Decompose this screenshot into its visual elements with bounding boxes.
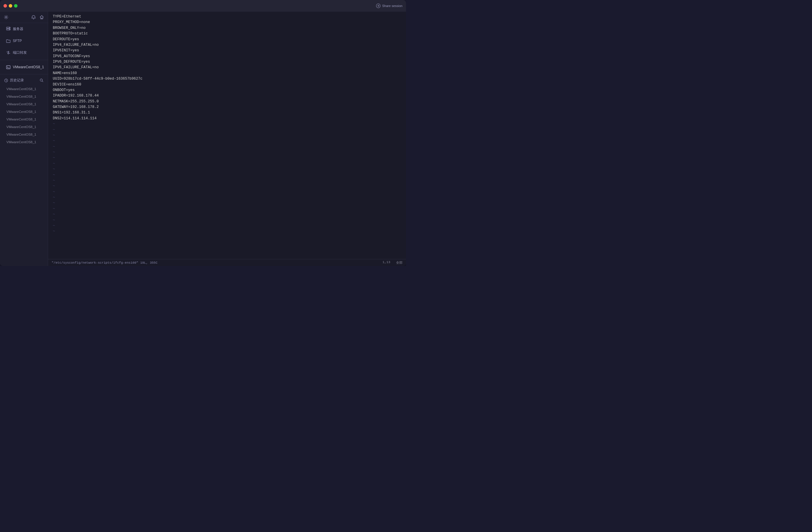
main-content: 服务器 SFTP 端口转发 (0, 12, 406, 266)
bell-icon[interactable] (31, 15, 36, 20)
history-label: 历史记录 (10, 78, 24, 83)
main-window: Share session (0, 0, 406, 266)
traffic-lights (3, 4, 17, 8)
sidebar-top-icons (31, 15, 44, 20)
share-session-label: Share session (382, 4, 403, 8)
terminal-line: ~ (53, 218, 401, 223)
titlebar-right: Share session (376, 3, 403, 8)
history-item[interactable]: VMwareCentOS8_1 (0, 138, 48, 146)
terminal-line: ~ (53, 195, 401, 200)
titlebar: Share session (0, 0, 406, 12)
terminal-line: ~ (53, 184, 401, 189)
svg-point-1 (5, 17, 7, 18)
home-icon[interactable] (39, 15, 44, 20)
terminal-line: IPADDR=192.168.178.44 (53, 93, 401, 99)
history-item[interactable]: VMwareCentOS8_1 (0, 108, 48, 115)
terminal-line: TYPE=Ethernet (53, 14, 401, 19)
nav-item-sftp[interactable]: SFTP (2, 35, 46, 46)
terminal-line: ~ (53, 200, 401, 206)
search-icon[interactable] (40, 78, 44, 83)
terminal-line: IPV6_DEFROUTE=yes (53, 59, 401, 65)
close-button[interactable] (3, 4, 7, 8)
terminal-line: ~ (53, 206, 401, 212)
terminal-icon (6, 65, 11, 69)
terminal-line: ~ (53, 167, 401, 172)
sftp-label: SFTP (13, 39, 22, 43)
terminal-line: NETMASK=255.255.255.0 (53, 99, 401, 104)
terminal-line: ~ (53, 155, 401, 161)
terminal-line: DEVICE=ens160 (53, 82, 401, 87)
statusbar-right: 1,13 全部 (383, 260, 403, 265)
nav-divider (0, 60, 48, 60)
terminal-line: IPV4_FAILURE_FATAL=no (53, 42, 401, 48)
terminal-line: ~ (53, 229, 401, 234)
history-section: 历史记录 VMwareCentOS8_1VMwareCentOS8_1VMwar… (0, 75, 48, 266)
terminal-line: BROWSER_ONLY=no (53, 25, 401, 31)
share-icon (376, 3, 381, 8)
terminal-line: DNS1=192.168.31.1 (53, 110, 401, 115)
history-item[interactable]: VMwareCentOS8_1 (0, 123, 48, 131)
sidebar-top (0, 12, 48, 23)
terminal-line: ~ (53, 223, 401, 229)
port-forward-label: 端口转发 (13, 50, 27, 55)
terminal-line: ~ (53, 149, 401, 155)
terminal-line: ONBOOT=yes (53, 87, 401, 93)
history-item[interactable]: VMwareCentOS8_1 (0, 93, 48, 100)
minimize-button[interactable] (9, 4, 12, 8)
terminal-line: ~ (53, 133, 401, 138)
terminal-line: ~ (53, 144, 401, 149)
terminal-line: DNS2=114.114.114.114 (53, 116, 401, 121)
folder-icon (6, 39, 11, 43)
terminal-panel[interactable]: TYPE=EthernetPROXY_METHOD=noneBROWSER_ON… (48, 12, 406, 266)
cursor-position: 1,13 (383, 260, 390, 265)
history-header-left: 历史记录 (4, 78, 24, 83)
terminal-line: IPV6_FAILURE_FATAL=no (53, 65, 401, 70)
svg-point-5 (9, 29, 10, 30)
scroll-position: 全部 (396, 260, 403, 265)
history-item[interactable]: VMwareCentOS8_1 (0, 100, 48, 108)
share-session-button[interactable]: Share session (376, 3, 403, 8)
maximize-button[interactable] (14, 4, 17, 8)
nav-item-port-forward[interactable]: 端口转发 (2, 47, 46, 58)
nav-divider-2 (0, 74, 48, 74)
sidebar: 服务器 SFTP 端口转发 (0, 12, 48, 266)
terminal-line: ~ (53, 161, 401, 167)
history-header[interactable]: 历史记录 (0, 75, 48, 85)
terminal-label: VMwareCentOS8_1 (13, 65, 44, 69)
svg-point-4 (9, 27, 10, 28)
nav-item-servers[interactable]: 服务器 (2, 24, 46, 34)
server-icon (6, 27, 11, 31)
terminal-line: IPV6INIT=yes (53, 48, 401, 53)
terminal-line: ~ (53, 138, 401, 144)
terminal-line: PROXY_METHOD=none (53, 19, 401, 25)
terminal-line: NAME=ens160 (53, 71, 401, 76)
servers-label: 服务器 (13, 27, 23, 31)
terminal-line: ~ (53, 189, 401, 195)
svg-rect-6 (6, 66, 10, 69)
terminal-line: ~ (53, 212, 401, 217)
statusbar-file-info: "/etc/sysconfig/network-scripts/ifcfg-en… (52, 261, 158, 264)
terminal-line: ~ (53, 121, 401, 127)
terminal-line: ~ (53, 178, 401, 184)
terminal-line: UUID=928b17cd-58ff-44c9-b0ed-163657b9627… (53, 76, 401, 82)
terminal-line: ~ (53, 172, 401, 178)
nav-item-terminal[interactable]: VMwareCentOS8_1 (2, 62, 46, 72)
terminal-line: DEFROUTE=yes (53, 37, 401, 42)
terminal-content: TYPE=EthernetPROXY_METHOD=noneBROWSER_ON… (48, 12, 406, 259)
terminal-line: BOOTPROTO=static (53, 31, 401, 37)
history-item[interactable]: VMwareCentOS8_1 (0, 85, 48, 93)
history-item[interactable]: VMwareCentOS8_1 (0, 115, 48, 123)
terminal-line: ~ (53, 127, 401, 133)
terminal-line: GATEWAY=192.168.178.2 (53, 104, 401, 110)
settings-icon[interactable] (3, 15, 9, 20)
clock-icon (4, 78, 8, 83)
history-item[interactable]: VMwareCentOS8_1 (0, 131, 48, 138)
terminal-statusbar: "/etc/sysconfig/network-scripts/ifcfg-en… (48, 259, 406, 266)
forward-icon (6, 51, 11, 55)
terminal-line: IPV6_AUTOCONF=yes (53, 54, 401, 59)
history-list: VMwareCentOS8_1VMwareCentOS8_1VMwareCent… (0, 85, 48, 146)
